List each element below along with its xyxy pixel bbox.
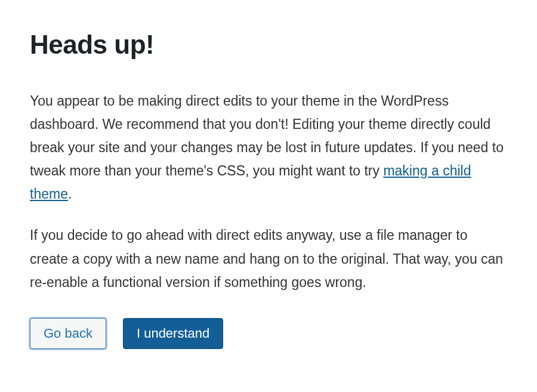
- go-back-button[interactable]: Go back: [30, 318, 106, 349]
- dialog-actions: Go back I understand: [30, 318, 507, 349]
- paragraph-text-after: .: [68, 186, 72, 202]
- warning-paragraph-2: If you decide to go ahead with direct ed…: [30, 224, 507, 294]
- warning-paragraph-1: You appear to be making direct edits to …: [30, 89, 507, 206]
- dialog-heading: Heads up!: [30, 30, 507, 60]
- i-understand-button[interactable]: I understand: [123, 318, 223, 349]
